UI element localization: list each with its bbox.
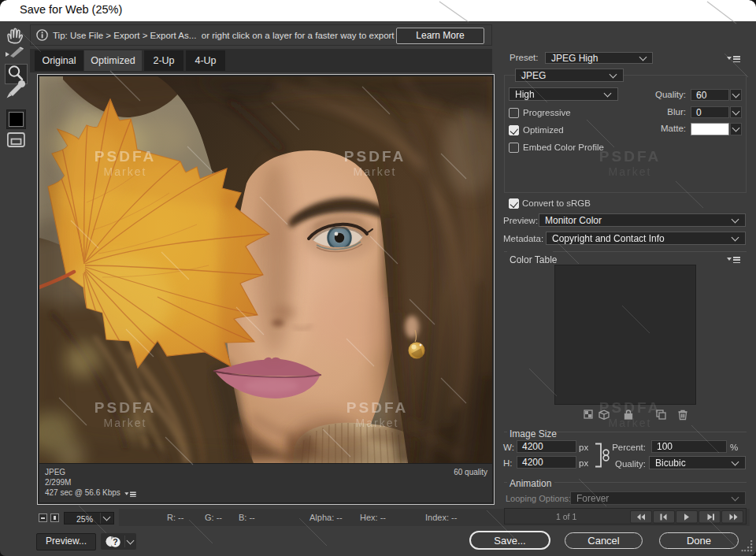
svg-text:?: ? — [113, 537, 117, 547]
